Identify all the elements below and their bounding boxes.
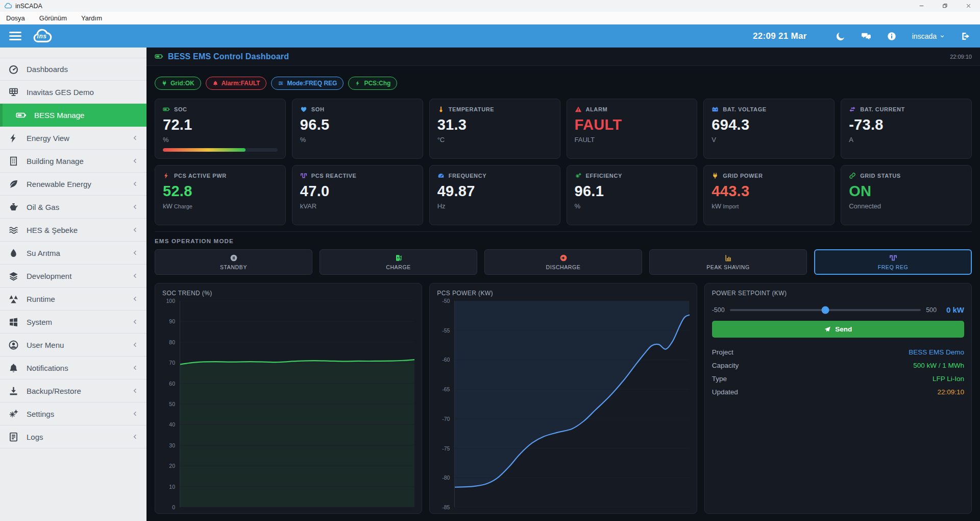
close-button[interactable] — [957, 0, 980, 12]
info-value: BESS EMS Demo — [909, 348, 964, 356]
sidebar-item-oil-gas[interactable]: Oil & Gas — [0, 196, 146, 219]
mode-button-standby[interactable]: STANDBY — [155, 249, 312, 275]
sidebar-item-system[interactable]: System — [0, 311, 146, 334]
kpi-label-text: EFFICIENCY — [586, 173, 622, 179]
setpoint-slider[interactable] — [730, 309, 921, 311]
kpi-card-soc: SOC72.1% — [155, 99, 286, 159]
sidebar-item-inavitas-ges-demo[interactable]: Inavitas GES Demo — [0, 81, 146, 104]
setpoint-value: 0 kW — [942, 305, 964, 314]
bolt-icon — [355, 80, 361, 86]
dashboard-header: BESS EMS Control Dashboard 22:09:10 — [146, 48, 980, 66]
kpi-value: 694.3 — [712, 116, 826, 133]
sidebar-item-user-menu[interactable]: User Menu — [0, 334, 146, 357]
kpi-label: GRID STATUS — [849, 172, 964, 179]
kpi-label-text: PCS REACTIVE — [311, 173, 357, 179]
droplet-icon — [8, 248, 19, 258]
project-info: ProjectBESS EMS DemoCapacity500 kW / 1 M… — [712, 345, 964, 398]
menu-yardim[interactable]: Yardım — [81, 14, 102, 22]
chat-icon[interactable] — [861, 31, 871, 41]
window-title: inSCADA — [15, 3, 42, 10]
sidebar-item-development[interactable]: Development — [0, 265, 146, 288]
mode-buttons: STANDBYCHARGEDISCHARGEPEAK SHAVINGFREQ R… — [155, 249, 972, 275]
kpi-card-soh: SOH96.5% — [292, 99, 423, 159]
kpi-label-text: SOC — [174, 106, 187, 112]
sidebar-item-dashboards[interactable]: Dashboards — [0, 58, 146, 81]
badge-label: Alarm:FAULT — [222, 80, 260, 87]
sidebar-item-hes-ebeke[interactable]: HES & Şebeke — [0, 219, 146, 242]
mode-button-discharge[interactable]: DISCHARGE — [484, 249, 642, 275]
badge-label: PCS:Chg — [364, 80, 390, 87]
logout-icon[interactable] — [961, 31, 971, 41]
user-menu-dropdown[interactable]: inscada — [912, 32, 945, 40]
chevron-left-icon — [132, 341, 139, 348]
chartbar-icon — [724, 254, 732, 262]
kpi-unit: Connected — [849, 202, 964, 210]
chevron-left-icon — [132, 180, 139, 187]
sidebar-item-renewable-energy[interactable]: Renewable Energy — [0, 173, 146, 196]
kpi-value: 96.1 — [575, 183, 690, 200]
menu-dosya[interactable]: Dosya — [6, 14, 25, 22]
kpi-value: 443.3 — [712, 183, 826, 200]
chevron-left-icon — [132, 226, 139, 233]
page-title: BESS EMS Control Dashboard — [168, 52, 289, 61]
battery-icon — [155, 52, 163, 61]
kpi-value: 31.3 — [437, 116, 552, 133]
sidebar-item-building-manage[interactable]: Building Manage — [0, 150, 146, 173]
kpi-card-alarm: ALARMFAULTFAULT — [567, 99, 698, 159]
menu-gorunum[interactable]: Görünüm — [39, 14, 67, 22]
soc-trend-panel: SOC TREND (%) 1009080706050403020100 — [155, 283, 422, 514]
sidebar-item-notifications[interactable]: Notifications — [0, 357, 146, 380]
minimize-button[interactable] — [910, 0, 933, 12]
chevron-down-icon — [939, 33, 945, 39]
logs-icon — [8, 432, 19, 442]
info-row-updated: Updated22:09:10 — [712, 385, 964, 398]
badge-label: Grid:OK — [170, 80, 194, 87]
chevron-left-icon — [132, 410, 139, 417]
solar-icon — [8, 87, 19, 98]
send-button[interactable]: Send — [712, 321, 964, 338]
sidebar-item-label: Settings — [27, 410, 54, 418]
status-badges: Grid:OKAlarm:FAULTMode:FREQ REGPCS:Chg — [155, 77, 972, 90]
kpi-grid: SOC72.1%SOH96.5%TEMPERATURE31.3°CALARMFA… — [155, 99, 972, 225]
leaf-icon — [8, 179, 19, 190]
sidebar-item-logs[interactable]: Logs — [0, 425, 146, 448]
kpi-unit: kVAR — [300, 202, 415, 210]
kpi-label: ALARM — [575, 106, 690, 113]
kpi-value: -73.8 — [849, 116, 964, 133]
hamburger-menu-icon[interactable] — [9, 32, 21, 40]
slider-knob[interactable] — [821, 306, 829, 314]
kpi-card-frequency: FREQUENCY49.87Hz — [429, 165, 560, 225]
sidebar-item-runtime[interactable]: Runtime — [0, 288, 146, 311]
kpi-card-efficiency: EFFICIENCY96.1% — [567, 165, 698, 225]
mode-button-freq-reg[interactable]: FREQ REG — [814, 249, 972, 275]
soc-trend-chart — [180, 301, 414, 507]
kpi-unit: V — [712, 136, 826, 144]
maximize-button[interactable] — [933, 0, 957, 12]
sidebar-item-bess-manage[interactable]: BESS Manage — [0, 104, 146, 127]
status-badge-grid-ok: Grid:OK — [155, 77, 201, 90]
sidebar-item-settings[interactable]: Settings — [0, 402, 146, 425]
gauge-icon — [8, 64, 19, 75]
chevron-left-icon — [132, 157, 139, 164]
mode-button-peak-shaving[interactable]: PEAK SHAVING — [649, 249, 807, 275]
chevron-left-icon — [132, 272, 139, 279]
sidebar-item-backup-restore[interactable]: Backup/Restore — [0, 380, 146, 402]
sidebar-item-label: HES & Şebeke — [27, 226, 78, 234]
sidebar-item-energy-view[interactable]: Energy View — [0, 127, 146, 150]
bell-icon — [212, 80, 218, 86]
pinwheel-icon — [8, 294, 19, 304]
kpi-label: GRID POWER — [712, 172, 826, 179]
wave-icon — [300, 172, 307, 179]
bolt-icon — [8, 133, 19, 144]
info-icon[interactable] — [887, 31, 897, 41]
mode-button-charge[interactable]: CHARGE — [320, 249, 477, 275]
sidebar-item-su-ar-tma[interactable]: Su Arıtma — [0, 242, 146, 265]
dark-mode-icon[interactable] — [836, 31, 846, 41]
status-badge-pcs-chg: PCS:Chg — [348, 77, 397, 90]
sidebar-item-label: Runtime — [27, 295, 55, 303]
plug-icon — [161, 80, 167, 86]
inscada-logo[interactable]: ins — [31, 27, 53, 46]
oilcan-icon — [8, 202, 19, 212]
info-label: Type — [712, 375, 727, 383]
user-icon — [8, 340, 19, 350]
